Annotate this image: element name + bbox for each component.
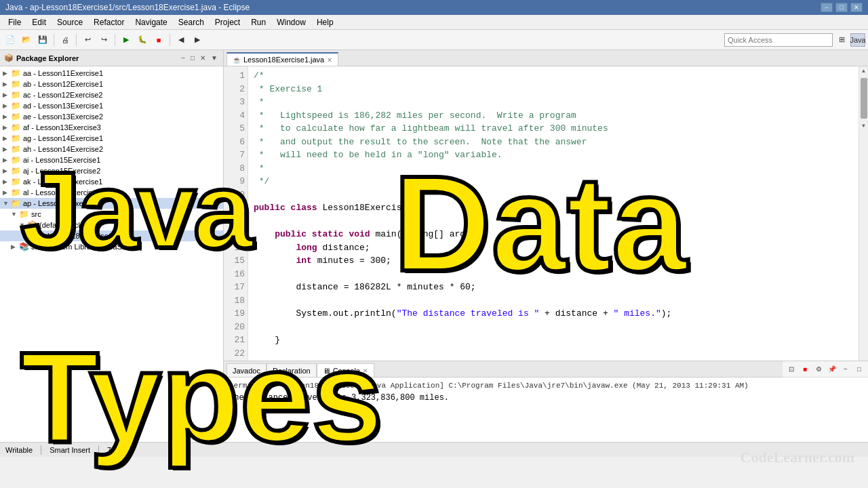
maximize-button[interactable]: □ (835, 3, 848, 12)
tree-item-java-file[interactable]: ☕ Lesson18Exercise1.java (0, 230, 223, 241)
tree-item-ai[interactable]: ▶ 📁 ai - Lesson15Exercise1 (0, 155, 223, 165)
panel-close[interactable]: ✕ (199, 54, 207, 62)
editor-tabs: ☕ Lesson18Exercise1.java ✕ (224, 50, 868, 66)
undo-button[interactable]: ↩ (80, 33, 95, 47)
stop-console-button[interactable]: ■ (799, 363, 811, 375)
tree-label: al - Lesson16Exercise2 (23, 188, 100, 197)
menu-navigate[interactable]: Navigate (130, 16, 172, 28)
tree-arrow: ▶ (3, 157, 9, 163)
stop-button[interactable]: ■ (151, 33, 166, 47)
debug-button[interactable]: 🐛 (135, 33, 150, 47)
code-content[interactable]: /* * Exercise 1 * * Lightspeed is 186,28… (248, 66, 859, 361)
tree-label: Lesson18Exercise1.java (47, 232, 128, 240)
menu-run[interactable]: Run (245, 16, 271, 28)
close-button[interactable]: ✕ (850, 3, 863, 12)
menu-refactor[interactable]: Refactor (88, 16, 130, 28)
tree-item-aj[interactable]: ▶ 📁 aj - Lesson15Exercise2 (0, 165, 223, 176)
panel-menu[interactable]: ▼ (210, 54, 219, 62)
tree-label: JRE System Library [JavaSE-1.7] (31, 243, 142, 251)
new-button[interactable]: 📄 (3, 33, 18, 47)
folder-icon: 📁 (11, 166, 21, 176)
menu-edit[interactable]: Edit (26, 16, 52, 28)
line-num: 10 (226, 188, 245, 202)
back-button[interactable]: ◀ (174, 33, 189, 47)
tab-javadoc[interactable]: Javadoc (226, 363, 267, 377)
scroll-thumb[interactable] (861, 78, 867, 119)
folder-icon: 📁 (11, 112, 21, 121)
writable-status: Writable (5, 446, 33, 454)
quick-access-input[interactable] (724, 33, 833, 47)
menu-search[interactable]: Search (173, 16, 210, 28)
tab-console[interactable]: 🖥 Console ✕ (317, 363, 374, 377)
folder-icon: 📁 (11, 177, 21, 186)
line-num: 9 (226, 175, 245, 188)
scroll-down-arrow[interactable]: ▼ (861, 121, 867, 130)
tree-item-aa[interactable]: ▶ 📁 aa - Lesson11Exercise1 (0, 68, 223, 79)
print-button[interactable]: 🖨 (58, 33, 73, 47)
minimize-button[interactable]: − (821, 3, 833, 12)
tree-item-default-pkg[interactable]: ▼ 📦 (default package) (0, 220, 223, 230)
tree-item-ad[interactable]: ▶ 📁 ad - Lesson13Exercise1 (0, 100, 223, 111)
panel-maximize[interactable]: □ (189, 54, 196, 62)
pin-console-button[interactable]: 📌 (826, 363, 838, 375)
tree-item-ab[interactable]: ▶ 📁 ab - Lesson12Exercise1 (0, 79, 223, 89)
console-props-button[interactable]: ⚙ (812, 363, 825, 375)
tree-label: src (31, 210, 41, 218)
menu-file[interactable]: File (3, 16, 26, 28)
menu-help[interactable]: Help (311, 16, 339, 28)
tree-item-ae[interactable]: ▶ 📁 ae - Lesson13Exercise2 (0, 111, 223, 122)
tree-item-ac[interactable]: ▶ 📁 ac - Lesson12Exercise2 (0, 89, 223, 100)
code-editor[interactable]: 1 2 3 4 5 6 7 8 9 10 11 12 13 14 15 16 1… (224, 66, 868, 361)
line-num: 5 (226, 122, 245, 136)
console-tab-label: Console (333, 367, 360, 375)
open-button[interactable]: 📂 (19, 33, 34, 47)
watermark: CodeLearner.com (741, 449, 854, 466)
line-num: 18 (226, 294, 245, 308)
tree-item-ak[interactable]: ▶ 📁 ak - Lesson16Exercise1 (0, 176, 223, 187)
redo-button[interactable]: ↪ (96, 33, 111, 47)
console-result: The distance traveled is 3,323,836,800 m… (229, 392, 863, 404)
tab-close-button[interactable]: ✕ (327, 56, 332, 64)
folder-icon: 📁 (11, 90, 21, 100)
folder-icon: 📁 (11, 188, 21, 197)
line-num: 11 (226, 201, 245, 215)
menu-project[interactable]: Project (210, 16, 245, 28)
java-perspective-button[interactable]: Java (850, 33, 865, 47)
clear-console-button[interactable]: ⊡ (785, 363, 797, 375)
menu-window[interactable]: Window (271, 16, 311, 28)
console-tab-close[interactable]: ✕ (363, 367, 368, 374)
console-minimize[interactable]: − (840, 363, 852, 375)
tree-item-ap[interactable]: ▼ 📁 ap - Lesson18Exercise1 (0, 198, 223, 209)
tree-item-src[interactable]: ▼ 📁 src (0, 209, 223, 220)
java-tab-icon: ☕ (233, 56, 241, 64)
package-icon: 📦 (27, 220, 37, 230)
save-button[interactable]: 💾 (35, 33, 50, 47)
tree-item-ah[interactable]: ▶ 📁 ah - Lesson14Exercise2 (0, 144, 223, 155)
panel-minimize[interactable]: − (180, 54, 186, 62)
line-num: 4 (226, 109, 245, 123)
console-maximize[interactable]: □ (853, 363, 865, 375)
editor-area: ☕ Lesson18Exercise1.java ✕ 1 2 3 4 5 6 7… (224, 50, 868, 442)
editor-tab-lesson18[interactable]: ☕ Lesson18Exercise1.java ✕ (226, 52, 338, 66)
panel-title: Package Explorer (16, 54, 177, 62)
tree-item-ag[interactable]: ▶ 📁 ag - Lesson14Exercise1 (0, 133, 223, 144)
menu-source[interactable]: Source (52, 16, 88, 28)
tree-label: ag - Lesson14Exercise1 (23, 134, 103, 142)
tree-item-af[interactable]: ▶ 📁 af - Lesson13Exercise3 (0, 122, 223, 133)
editor-scrollbar[interactable]: ▲ ▼ (859, 66, 868, 361)
tree-label: aj - Lesson15Exercise2 (23, 167, 100, 175)
titlebar-controls: − □ ✕ (821, 3, 863, 12)
tab-declaration[interactable]: Declaration (267, 363, 317, 377)
status-sep-2 (98, 445, 99, 455)
project-folder-icon: 📁 (11, 199, 21, 208)
open-perspective-button[interactable]: ⊞ (834, 33, 849, 47)
scroll-up-arrow[interactable]: ▲ (861, 66, 867, 75)
forward-button[interactable]: ▶ (190, 33, 205, 47)
cursor-position-status: 7 : 47 (107, 446, 126, 454)
run-button[interactable]: ▶ (119, 33, 134, 47)
tree-arrow-expanded: ▼ (19, 222, 26, 228)
tree-arrow: ▶ (3, 81, 9, 87)
tree-item-jre[interactable]: ▶ 📚 JRE System Library [JavaSE-1.7] (0, 241, 223, 252)
tree-label: (default package) (39, 221, 97, 229)
tree-item-al[interactable]: ▶ 📁 al - Lesson16Exercise2 (0, 187, 223, 198)
